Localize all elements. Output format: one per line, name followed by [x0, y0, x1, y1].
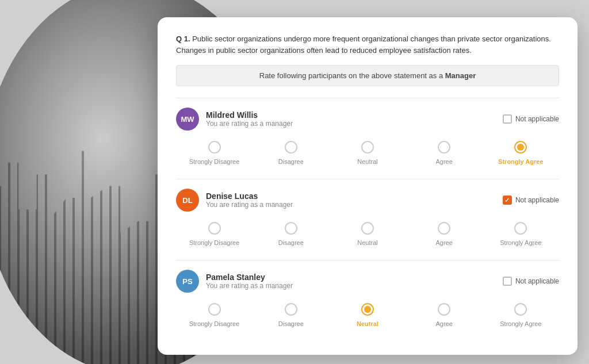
participant-header-mildred: MW Mildred Willis You are rating as a ma… [176, 108, 559, 131]
rating-label-disagree-mildred: Disagree [278, 158, 304, 165]
rating-label-strongly-agree-mildred: Strongly Agree [498, 158, 543, 165]
not-applicable-label-denise: Not applicable [515, 196, 559, 204]
rating-label-neutral-denise: Neutral [357, 239, 377, 246]
participant-name-pamela: Pamela Stanley [206, 273, 293, 282]
rating-label-disagree-denise: Disagree [278, 239, 304, 246]
not-applicable-denise[interactable]: Not applicable [503, 196, 559, 205]
rating-option-strongly-agree-mildred[interactable]: Strongly Agree [495, 141, 546, 165]
rating-label-strongly-disagree-mildred: Strongly Disagree [189, 158, 239, 165]
rating-row-denise: Strongly Disagree Disagree Neutral Agree… [176, 222, 559, 255]
participant-section-pamela: PS Pamela Stanley You are rating as a ma… [176, 260, 559, 336]
rating-label-agree-pamela: Agree [435, 320, 452, 327]
question-text: Q 1. Public sector organizations undergo… [176, 33, 559, 56]
rating-option-disagree-pamela[interactable]: Disagree [265, 303, 317, 327]
rating-option-disagree-mildred[interactable]: Disagree [265, 141, 317, 165]
participant-name-denise: Denise Lucas [206, 191, 293, 201]
radio-strongly-agree-pamela[interactable] [514, 303, 527, 316]
radio-neutral-mildred[interactable] [361, 141, 374, 154]
radio-agree-mildred[interactable] [438, 141, 450, 154]
radio-strongly-disagree-pamela[interactable] [208, 303, 221, 316]
rating-option-neutral-denise[interactable]: Neutral [342, 222, 393, 246]
not-applicable-mildred[interactable]: Not applicable [503, 114, 559, 124]
radio-strongly-agree-mildred[interactable] [514, 141, 527, 154]
rating-option-agree-mildred[interactable]: Agree [418, 141, 470, 165]
not-applicable-label-mildred: Not applicable [515, 115, 559, 123]
not-applicable-pamela[interactable]: Not applicable [503, 277, 559, 286]
participant-header-denise: DL Denise Lucas You are rating as a mana… [176, 189, 559, 212]
radio-disagree-mildred[interactable] [285, 141, 297, 154]
not-applicable-checkbox-pamela[interactable] [503, 277, 512, 286]
radio-disagree-denise[interactable] [285, 222, 297, 235]
rating-label-neutral-mildred: Neutral [357, 158, 377, 165]
radio-neutral-denise[interactable] [361, 222, 374, 235]
avatar-denise: DL [176, 189, 199, 212]
avatar-mildred: MW [176, 108, 199, 131]
not-applicable-checkbox-mildred[interactable] [503, 114, 512, 124]
radio-agree-pamela[interactable] [438, 303, 450, 316]
participant-header-pamela: PS Pamela Stanley You are rating as a ma… [176, 270, 559, 293]
survey-card: Q 1. Public sector organizations undergo… [158, 17, 577, 355]
rating-option-strongly-disagree-mildred[interactable]: Strongly Disagree [189, 141, 240, 165]
radio-inner-strongly-agree-mildred [517, 144, 524, 151]
rating-label-strongly-disagree-pamela: Strongly Disagree [189, 320, 239, 327]
rating-option-agree-pamela[interactable]: Agree [418, 303, 470, 327]
rating-option-strongly-disagree-denise[interactable]: Strongly Disagree [189, 222, 240, 246]
rating-option-disagree-denise[interactable]: Disagree [265, 222, 317, 246]
rating-label-disagree-pamela: Disagree [278, 320, 304, 327]
not-applicable-checkbox-denise[interactable] [503, 196, 512, 205]
rating-label-agree-denise: Agree [435, 239, 452, 246]
rating-option-strongly-agree-pamela[interactable]: Strongly Agree [495, 303, 546, 327]
rating-option-strongly-disagree-pamela[interactable]: Strongly Disagree [189, 303, 240, 327]
avatar-pamela: PS [176, 270, 199, 293]
not-applicable-label-pamela: Not applicable [515, 277, 559, 285]
participant-info-mildred: MW Mildred Willis You are rating as a ma… [176, 108, 293, 131]
participant-details-denise: Denise Lucas You are rating as a manager [206, 191, 293, 209]
radio-disagree-pamela[interactable] [285, 303, 297, 316]
participant-info-pamela: PS Pamela Stanley You are rating as a ma… [176, 270, 293, 293]
rating-option-strongly-agree-denise[interactable]: Strongly Agree [495, 222, 546, 246]
participant-name-mildred: Mildred Willis [206, 110, 293, 120]
radio-strongly-disagree-denise[interactable] [208, 222, 221, 235]
radio-strongly-disagree-mildred[interactable] [208, 141, 221, 154]
participant-section-denise: DL Denise Lucas You are rating as a mana… [176, 179, 559, 255]
rating-label-agree-mildred: Agree [435, 158, 452, 165]
rating-label-strongly-disagree-denise: Strongly Disagree [189, 239, 239, 246]
question-number: Q 1. [176, 35, 190, 43]
participant-info-denise: DL Denise Lucas You are rating as a mana… [176, 189, 293, 212]
rating-row-pamela: Strongly Disagree Disagree Neutral Agree… [176, 303, 559, 336]
rating-row-mildred: Strongly Disagree Disagree Neutral Agree… [176, 141, 559, 174]
participant-role-denise: You are rating as a manager [206, 201, 293, 209]
rating-label-neutral-pamela: Neutral [357, 320, 378, 327]
radio-neutral-pamela[interactable] [361, 303, 374, 316]
radio-inner-neutral-pamela [364, 306, 371, 313]
participant-details-mildred: Mildred Willis You are rating as a manag… [206, 110, 293, 128]
participant-details-pamela: Pamela Stanley You are rating as a manag… [206, 273, 293, 290]
rating-label-strongly-agree-denise: Strongly Agree [500, 239, 541, 246]
rating-option-neutral-mildred[interactable]: Neutral [342, 141, 393, 165]
rating-option-agree-denise[interactable]: Agree [418, 222, 470, 246]
rating-label-strongly-agree-pamela: Strongly Agree [500, 320, 541, 327]
radio-strongly-agree-denise[interactable] [514, 222, 527, 235]
participant-section-mildred: MW Mildred Willis You are rating as a ma… [176, 98, 559, 174]
participant-role-mildred: You are rating as a manager [206, 120, 293, 128]
radio-agree-denise[interactable] [438, 222, 450, 235]
rating-option-neutral-pamela[interactable]: Neutral [342, 303, 393, 327]
participant-role-pamela: You are rating as a manager [206, 282, 293, 290]
statement-bar: Rate following participants on the above… [176, 65, 559, 86]
